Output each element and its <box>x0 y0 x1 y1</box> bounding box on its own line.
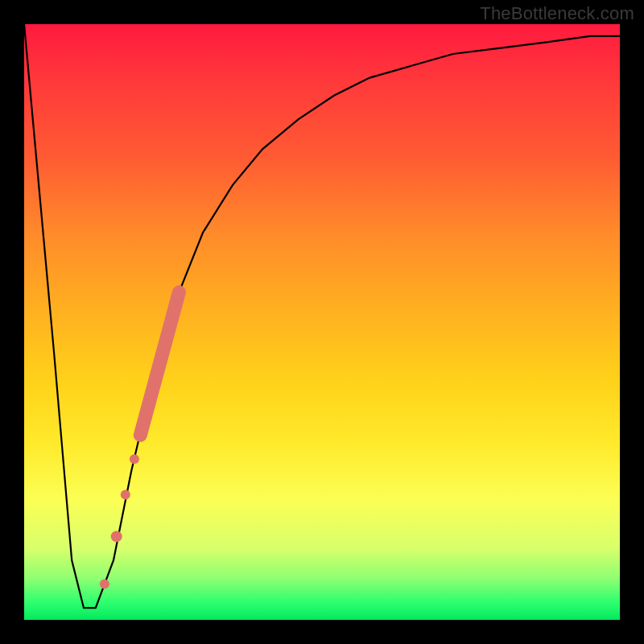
curve-layer <box>24 24 620 620</box>
bottleneck-curve <box>24 24 620 608</box>
dot-4 <box>130 454 139 464</box>
chart-frame: TheBottleneck.com <box>0 0 644 644</box>
watermark-text: TheBottleneck.com <box>480 3 634 24</box>
plot-area <box>24 24 620 620</box>
dot-2 <box>111 530 122 542</box>
dot-1 <box>100 580 109 589</box>
dot-3 <box>121 490 130 500</box>
dense-band <box>140 292 179 436</box>
marker-dots <box>100 454 139 588</box>
